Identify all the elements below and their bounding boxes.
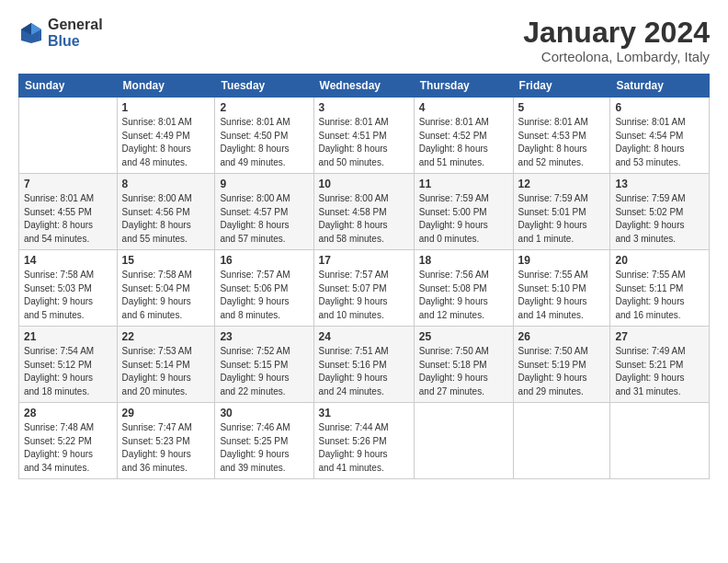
day-info: Sunrise: 7:51 AM Sunset: 5:16 PM Dayligh… [319, 345, 409, 398]
week-row-4: 21Sunrise: 7:54 AM Sunset: 5:12 PM Dayli… [19, 327, 710, 403]
calendar-cell: 5Sunrise: 8:01 AM Sunset: 4:53 PM Daylig… [513, 98, 610, 174]
title-block: January 2024 Corteolona, Lombardy, Italy [523, 17, 710, 64]
header: General Blue January 2024 Corteolona, Lo… [18, 17, 710, 64]
day-number: 24 [319, 330, 409, 343]
day-number: 18 [419, 254, 508, 267]
calendar-page: General Blue January 2024 Corteolona, Lo… [0, 0, 728, 563]
day-number: 22 [122, 330, 210, 343]
day-number: 13 [615, 178, 704, 190]
day-number: 27 [615, 330, 704, 343]
day-number: 8 [122, 178, 210, 190]
calendar-cell: 17Sunrise: 7:57 AM Sunset: 5:07 PM Dayli… [313, 250, 414, 327]
calendar-cell: 10Sunrise: 8:00 AM Sunset: 4:58 PM Dayli… [313, 174, 414, 250]
calendar-cell: 13Sunrise: 7:59 AM Sunset: 5:02 PM Dayli… [610, 174, 710, 250]
day-number: 12 [518, 178, 606, 190]
calendar-cell: 28Sunrise: 7:48 AM Sunset: 5:22 PM Dayli… [19, 403, 118, 479]
logo-blue: Blue [48, 33, 103, 50]
week-row-3: 14Sunrise: 7:58 AM Sunset: 5:03 PM Dayli… [19, 250, 710, 327]
day-number: 9 [220, 178, 308, 190]
calendar-cell: 12Sunrise: 7:59 AM Sunset: 5:01 PM Dayli… [513, 174, 610, 250]
calendar-header: Sunday Monday Tuesday Wednesday Thursday… [19, 75, 710, 98]
day-info: Sunrise: 7:55 AM Sunset: 5:11 PM Dayligh… [615, 269, 704, 322]
calendar-cell: 30Sunrise: 7:46 AM Sunset: 5:25 PM Dayli… [215, 403, 313, 479]
day-number: 29 [122, 407, 210, 419]
calendar-cell [610, 403, 710, 479]
day-number: 26 [518, 330, 606, 343]
day-info: Sunrise: 8:00 AM Sunset: 4:57 PM Dayligh… [220, 192, 308, 246]
day-info: Sunrise: 8:01 AM Sunset: 4:53 PM Dayligh… [518, 116, 606, 169]
day-info: Sunrise: 8:01 AM Sunset: 4:50 PM Dayligh… [220, 116, 308, 169]
day-info: Sunrise: 7:47 AM Sunset: 5:23 PM Dayligh… [122, 421, 210, 475]
calendar-cell: 3Sunrise: 8:01 AM Sunset: 4:51 PM Daylig… [313, 98, 414, 174]
calendar-cell: 19Sunrise: 7:55 AM Sunset: 5:10 PM Dayli… [513, 250, 610, 327]
calendar-table: Sunday Monday Tuesday Wednesday Thursday… [18, 74, 710, 479]
day-number: 17 [319, 254, 409, 267]
day-number: 15 [122, 254, 210, 267]
day-info: Sunrise: 7:44 AM Sunset: 5:26 PM Dayligh… [319, 421, 409, 475]
day-info: Sunrise: 7:52 AM Sunset: 5:15 PM Dayligh… [220, 345, 308, 398]
day-info: Sunrise: 8:01 AM Sunset: 4:52 PM Dayligh… [419, 116, 508, 169]
day-number: 14 [24, 254, 112, 267]
calendar-cell: 1Sunrise: 8:01 AM Sunset: 4:49 PM Daylig… [117, 98, 215, 174]
header-row: Sunday Monday Tuesday Wednesday Thursday… [19, 75, 710, 98]
day-number: 21 [24, 330, 112, 343]
day-info: Sunrise: 7:56 AM Sunset: 5:08 PM Dayligh… [419, 269, 508, 322]
week-row-5: 28Sunrise: 7:48 AM Sunset: 5:22 PM Dayli… [19, 403, 710, 479]
logo-text: General Blue [48, 17, 103, 49]
day-number: 5 [518, 101, 606, 114]
day-info: Sunrise: 7:59 AM Sunset: 5:01 PM Dayligh… [518, 192, 606, 246]
day-number: 28 [24, 407, 112, 419]
calendar-cell: 6Sunrise: 8:01 AM Sunset: 4:54 PM Daylig… [610, 98, 710, 174]
day-info: Sunrise: 8:01 AM Sunset: 4:55 PM Dayligh… [24, 192, 112, 246]
col-sunday: Sunday [19, 75, 118, 98]
day-info: Sunrise: 7:50 AM Sunset: 5:18 PM Dayligh… [419, 345, 508, 398]
calendar-cell: 21Sunrise: 7:54 AM Sunset: 5:12 PM Dayli… [19, 327, 118, 403]
day-info: Sunrise: 7:58 AM Sunset: 5:04 PM Dayligh… [122, 269, 210, 322]
logo-icon [18, 20, 44, 46]
calendar-cell: 31Sunrise: 7:44 AM Sunset: 5:26 PM Dayli… [313, 403, 414, 479]
calendar-cell: 14Sunrise: 7:58 AM Sunset: 5:03 PM Dayli… [19, 250, 118, 327]
day-number: 19 [518, 254, 606, 267]
day-number: 10 [319, 178, 409, 190]
calendar-cell: 24Sunrise: 7:51 AM Sunset: 5:16 PM Dayli… [313, 327, 414, 403]
day-info: Sunrise: 7:54 AM Sunset: 5:12 PM Dayligh… [24, 345, 112, 398]
col-wednesday: Wednesday [313, 75, 414, 98]
day-info: Sunrise: 8:00 AM Sunset: 4:56 PM Dayligh… [122, 192, 210, 246]
day-info: Sunrise: 8:01 AM Sunset: 4:49 PM Dayligh… [122, 116, 210, 169]
calendar-body: 1Sunrise: 8:01 AM Sunset: 4:49 PM Daylig… [19, 98, 710, 479]
col-thursday: Thursday [414, 75, 513, 98]
calendar-cell: 4Sunrise: 8:01 AM Sunset: 4:52 PM Daylig… [414, 98, 513, 174]
day-number: 1 [122, 101, 210, 114]
day-info: Sunrise: 7:48 AM Sunset: 5:22 PM Dayligh… [24, 421, 112, 475]
calendar-cell [19, 98, 118, 174]
calendar-cell: 22Sunrise: 7:53 AM Sunset: 5:14 PM Dayli… [117, 327, 215, 403]
day-info: Sunrise: 7:58 AM Sunset: 5:03 PM Dayligh… [24, 269, 112, 322]
week-row-2: 7Sunrise: 8:01 AM Sunset: 4:55 PM Daylig… [19, 174, 710, 250]
calendar-cell: 23Sunrise: 7:52 AM Sunset: 5:15 PM Dayli… [215, 327, 313, 403]
day-number: 31 [319, 407, 409, 419]
day-info: Sunrise: 7:55 AM Sunset: 5:10 PM Dayligh… [518, 269, 606, 322]
day-number: 30 [220, 407, 308, 419]
col-tuesday: Tuesday [215, 75, 313, 98]
day-info: Sunrise: 8:01 AM Sunset: 4:51 PM Dayligh… [319, 116, 409, 169]
month-title: January 2024 [523, 17, 710, 49]
calendar-cell: 18Sunrise: 7:56 AM Sunset: 5:08 PM Dayli… [414, 250, 513, 327]
col-friday: Friday [513, 75, 610, 98]
day-info: Sunrise: 7:49 AM Sunset: 5:21 PM Dayligh… [615, 345, 704, 398]
day-number: 20 [615, 254, 704, 267]
day-info: Sunrise: 7:46 AM Sunset: 5:25 PM Dayligh… [220, 421, 308, 475]
day-info: Sunrise: 7:57 AM Sunset: 5:07 PM Dayligh… [319, 269, 409, 322]
day-info: Sunrise: 8:00 AM Sunset: 4:58 PM Dayligh… [319, 192, 409, 246]
calendar-cell: 16Sunrise: 7:57 AM Sunset: 5:06 PM Dayli… [215, 250, 313, 327]
calendar-cell [414, 403, 513, 479]
col-monday: Monday [117, 75, 215, 98]
day-info: Sunrise: 8:01 AM Sunset: 4:54 PM Dayligh… [615, 116, 704, 169]
location-subtitle: Corteolona, Lombardy, Italy [523, 49, 710, 64]
day-number: 2 [220, 101, 308, 114]
calendar-cell: 8Sunrise: 8:00 AM Sunset: 4:56 PM Daylig… [117, 174, 215, 250]
calendar-cell: 9Sunrise: 8:00 AM Sunset: 4:57 PM Daylig… [215, 174, 313, 250]
calendar-cell: 29Sunrise: 7:47 AM Sunset: 5:23 PM Dayli… [117, 403, 215, 479]
calendar-cell: 26Sunrise: 7:50 AM Sunset: 5:19 PM Dayli… [513, 327, 610, 403]
day-info: Sunrise: 7:50 AM Sunset: 5:19 PM Dayligh… [518, 345, 606, 398]
logo-general: General [48, 17, 103, 33]
